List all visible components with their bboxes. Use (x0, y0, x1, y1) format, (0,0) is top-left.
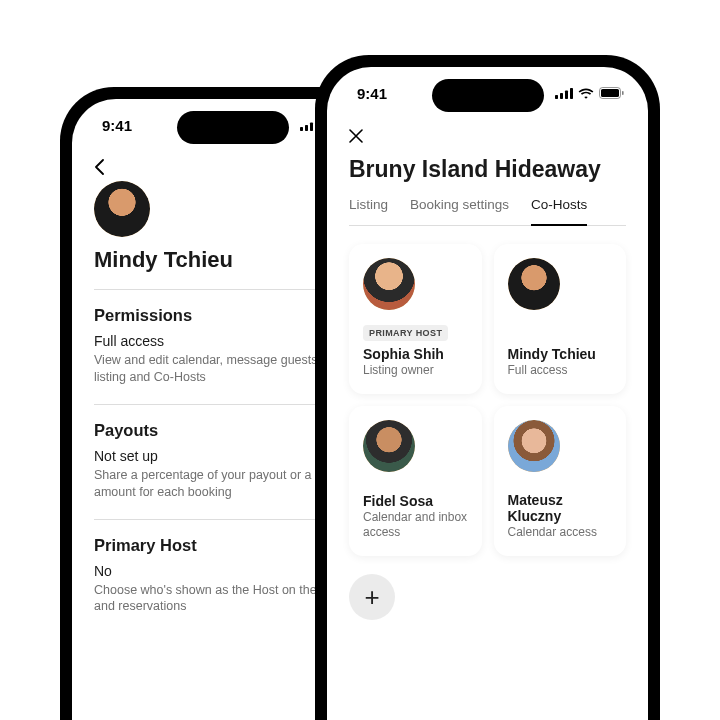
cohost-role: Calendar and inbox access (363, 510, 468, 540)
svg-rect-0 (300, 127, 303, 131)
svg-rect-12 (601, 89, 619, 97)
cohost-card[interactable]: Mateusz Kluczny Calendar access (494, 406, 627, 556)
dynamic-island (432, 79, 544, 112)
primary-host-badge: PRIMARY HOST (363, 325, 448, 341)
cellular-icon (555, 88, 573, 99)
tab-co-hosts[interactable]: Co-Hosts (531, 197, 587, 226)
tab-booking-settings[interactable]: Booking settings (410, 197, 509, 226)
cohost-role: Full access (508, 363, 613, 378)
cohost-card[interactable]: Fidel Sosa Calendar and inbox access (349, 406, 482, 556)
tabs: Listing Booking settings Co-Hosts (349, 197, 626, 226)
page-title: Bruny Island Hideaway (349, 156, 626, 183)
phone-right: 9:41 Bruny Island Hideaway Listing Booki… (315, 55, 660, 720)
status-time: 9:41 (102, 117, 132, 134)
wifi-icon (578, 88, 594, 99)
battery-icon (599, 87, 624, 99)
avatar (508, 258, 560, 310)
avatar (363, 258, 415, 310)
avatar (508, 420, 560, 472)
status-indicators (555, 87, 624, 99)
svg-rect-8 (560, 93, 563, 99)
cohost-card[interactable]: Mindy Tchieu Full access (494, 244, 627, 394)
tab-listing[interactable]: Listing (349, 197, 388, 226)
svg-rect-9 (565, 90, 568, 99)
close-button[interactable] (349, 119, 626, 152)
avatar (363, 420, 415, 472)
svg-rect-10 (570, 88, 573, 99)
chevron-left-icon (94, 159, 104, 175)
cohost-name: Sophia Shih (363, 346, 468, 362)
plus-icon: + (364, 582, 379, 613)
dynamic-island (177, 111, 289, 144)
svg-rect-1 (305, 125, 308, 131)
svg-rect-13 (622, 91, 624, 95)
svg-rect-7 (555, 95, 558, 99)
svg-rect-2 (310, 122, 313, 131)
cohost-role: Listing owner (363, 363, 468, 378)
cohost-role: Calendar access (508, 525, 613, 540)
add-cohost-button[interactable]: + (349, 574, 395, 620)
cohost-name: Mindy Tchieu (508, 346, 613, 362)
close-icon (349, 129, 363, 143)
status-time: 9:41 (357, 85, 387, 102)
cohost-card[interactable]: PRIMARY HOST Sophia Shih Listing owner (349, 244, 482, 394)
cohost-grid: PRIMARY HOST Sophia Shih Listing owner M… (349, 244, 626, 556)
screen-right: 9:41 Bruny Island Hideaway Listing Booki… (327, 67, 648, 720)
cohost-name: Fidel Sosa (363, 493, 468, 509)
cohost-name: Mateusz Kluczny (508, 492, 613, 524)
avatar (94, 181, 150, 237)
